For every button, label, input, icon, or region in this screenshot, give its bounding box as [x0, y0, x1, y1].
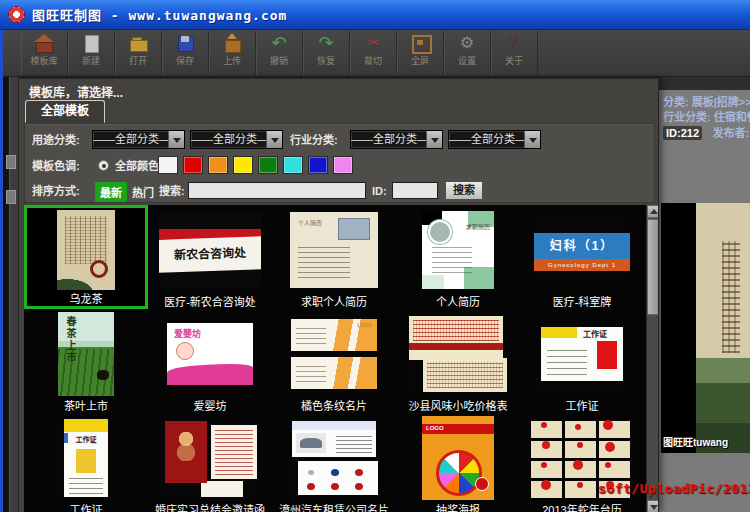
template-card[interactable]: 乌龙茶: [24, 205, 148, 309]
template-card[interactable]: LOGO橘色条纹名片: [272, 309, 396, 413]
right-panel: 分类: 展板|招牌>> 行业分类: 住宿和餐饮 ID:212 发布者: 图旺旺t…: [659, 90, 750, 512]
template-label: 婚庆实习总结会邀请函: [150, 501, 270, 512]
template-card[interactable]: 求职简历个人简历: [396, 205, 520, 309]
search-label: 搜索:: [159, 181, 185, 201]
toolbar-button-label: 恢复: [317, 54, 335, 67]
template-thumb-carcard: [288, 417, 380, 499]
toolbar-button-undo[interactable]: 撤销: [256, 31, 303, 75]
template-thumb-resume2: 求职简历: [422, 211, 494, 289]
toolbar-button-new[interactable]: 新建: [68, 31, 115, 75]
toolbar-button-label: 保存: [176, 54, 194, 67]
dropdown-arrow-icon[interactable]: [266, 131, 282, 148]
template-label: 医疗-科室牌: [522, 293, 642, 307]
industry-category-dropdown-1[interactable]: ——全部分类——: [350, 130, 443, 149]
color-swatches: [158, 156, 353, 174]
id-row: ID:212 发布者:: [663, 123, 749, 141]
usage-category-dropdown-1[interactable]: ——全部分类——: [92, 130, 185, 149]
toolbar-button-redo[interactable]: 恢复: [303, 31, 350, 75]
toolbar-button-cut[interactable]: 裁切: [350, 31, 397, 75]
template-thumb-wedding: [157, 417, 263, 499]
template-card[interactable]: 婚庆实习总结会邀请函: [148, 413, 272, 512]
sort-newest-button[interactable]: 最新: [95, 182, 127, 202]
toolbar-button-upload[interactable]: 上传: [209, 31, 256, 75]
toolbar-button-label: 全屏: [411, 54, 429, 67]
library-icon: [33, 33, 55, 53]
id-badge: ID:212: [663, 126, 702, 140]
template-card[interactable]: 沙县风味小吃价格表: [396, 309, 520, 413]
toolbar-button-fullscreen[interactable]: 全屏: [397, 31, 444, 75]
app-logo-icon: [8, 6, 25, 23]
search-button[interactable]: 搜索: [445, 181, 483, 200]
template-label: 医疗-新农合咨询处: [150, 293, 270, 307]
new-icon: [80, 33, 102, 53]
left-strip: [3, 77, 18, 512]
toolbar-button-label: 裁切: [364, 54, 382, 67]
id-label: ID:: [372, 181, 387, 201]
color-swatch-5[interactable]: [283, 156, 303, 174]
template-card[interactable]: 个人简历求职个人简历: [272, 205, 396, 309]
toolbar-button-save[interactable]: 保存: [162, 31, 209, 75]
template-card[interactable]: 工作证工作证: [520, 309, 644, 413]
sort-label: 排序方式:: [32, 181, 80, 201]
thumb-text: 求职简历: [466, 222, 490, 231]
template-card[interactable]: 2013年蛇年台历: [520, 413, 644, 512]
title-bar[interactable]: 图旺旺制图 - www.tuwangwang.com: [0, 0, 750, 30]
template-label: 沙县风味小吃价格表: [398, 397, 518, 411]
template-thumb-orangecard: LOGO: [287, 313, 381, 395]
dropdown-arrow-icon[interactable]: [168, 131, 184, 148]
sort-search-row: 排序方式: 最新 热门 搜索: ID: 搜索: [25, 181, 654, 201]
thumb-text: LOGO: [357, 322, 372, 328]
toolbar-button-about[interactable]: 关于: [491, 31, 538, 75]
template-card[interactable]: 妇科（1）Gynecology Dept 1医疗-科室牌: [520, 205, 644, 309]
open-icon: [127, 33, 149, 53]
scrollbar-thumb[interactable]: [647, 219, 659, 315]
all-colors-label[interactable]: 全部颜色: [115, 156, 159, 176]
toolbar-button-label: 打开: [129, 54, 147, 67]
all-colors-radio[interactable]: [98, 160, 109, 171]
toolbar-button-label: 撤销: [270, 54, 288, 67]
toolbar-button-open[interactable]: 打开: [115, 31, 162, 75]
template-label: 工作证: [522, 397, 642, 411]
fullscreen-icon: [409, 33, 431, 53]
thumb-text: 春茶上市: [63, 316, 78, 364]
color-swatch-1[interactable]: [183, 156, 203, 174]
color-swatch-7[interactable]: [333, 156, 353, 174]
publisher-label: 发布者:: [712, 127, 749, 139]
scroll-up-icon[interactable]: [647, 205, 659, 218]
color-swatch-6[interactable]: [308, 156, 328, 174]
search-input[interactable]: [188, 182, 366, 199]
tab-all-templates[interactable]: 全部模板: [25, 100, 105, 123]
template-grid: 乌龙茶新农合咨询处医疗-新农合咨询处个人简历求职个人简历求职简历个人简历妇科（1…: [24, 205, 646, 512]
template-label: 漳州汽车租赁公司名片: [274, 501, 394, 512]
id-input[interactable]: [392, 182, 438, 199]
template-card[interactable]: 爱婴坊爱婴坊: [148, 309, 272, 413]
undo-icon: [268, 33, 290, 53]
color-swatch-2[interactable]: [208, 156, 228, 174]
toolbar-button-library[interactable]: 模板库: [21, 31, 68, 75]
template-thumb-dept: 妇科（1）Gynecology Dept 1: [534, 214, 630, 286]
usage-category-dropdown-2[interactable]: ——全部分类——: [190, 130, 283, 149]
thumb-text: 妇科（1）: [534, 233, 630, 259]
grid-scrollbar[interactable]: [646, 205, 659, 512]
template-card[interactable]: 新农合咨询处医疗-新农合咨询处: [148, 205, 272, 309]
template-label: 茶叶上市: [26, 397, 146, 411]
template-card[interactable]: LOGO抽奖海报: [396, 413, 520, 512]
sort-hot-button[interactable]: 热门: [130, 182, 156, 202]
template-thumb-menu: [405, 312, 511, 396]
template-library-dialog: 模板库，请选择... 全部模板 用途分类: ——全部分类—— ——全部分类—— …: [18, 78, 659, 512]
template-thumb-tea: 春茶上市: [58, 312, 114, 396]
preview-image: [696, 203, 750, 453]
dropdown-arrow-icon[interactable]: [426, 131, 442, 148]
scroll-down-icon[interactable]: [647, 500, 659, 512]
toolbar-button-settings[interactable]: 设置: [444, 31, 491, 75]
template-card[interactable]: 漳州汽车租赁公司名片: [272, 413, 396, 512]
settings-icon: [456, 33, 478, 53]
template-card[interactable]: 春茶上市茶叶上市: [24, 309, 148, 413]
dropdown-arrow-icon[interactable]: [524, 131, 540, 148]
color-swatch-0[interactable]: [158, 156, 178, 174]
color-swatch-4[interactable]: [258, 156, 278, 174]
thumb-text: 个人简历: [298, 218, 322, 227]
color-swatch-3[interactable]: [233, 156, 253, 174]
template-card[interactable]: 工作证工作证: [24, 413, 148, 512]
industry-category-dropdown-2[interactable]: ——全部分类——: [448, 130, 541, 149]
